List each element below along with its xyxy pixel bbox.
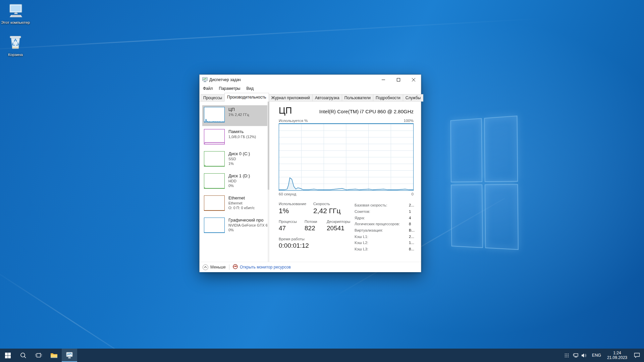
clock[interactable]: 1:24 21.09.2023 bbox=[604, 349, 630, 362]
hidden-icons-button[interactable] bbox=[562, 349, 571, 362]
performance-sidebar: ЦП 1% 2,42 ГГц Память 1,0/8,0 ГБ (12%) Д… bbox=[200, 102, 269, 262]
sidebar-item-gpu[interactable]: Графический про NVIDIA GeForce GTX 660 0… bbox=[202, 216, 267, 237]
uptime-label: Время работы bbox=[279, 237, 355, 241]
resource-monitor-icon bbox=[233, 264, 238, 270]
recycle-bin-icon bbox=[8, 46, 23, 51]
usage-label: Использование bbox=[279, 202, 313, 206]
task-manager-taskbar-button[interactable] bbox=[62, 349, 77, 362]
desktop-icon-label: Этот компьютер bbox=[0, 20, 31, 25]
threads-label: Потоки bbox=[305, 220, 327, 224]
menu-options[interactable]: Параметры bbox=[216, 85, 244, 93]
task-view-button[interactable] bbox=[31, 349, 46, 362]
desktop-icon-recycle-bin[interactable]: Корзина bbox=[0, 34, 31, 57]
clock-date: 21.09.2023 bbox=[607, 355, 627, 360]
sidebar-item-ethernet[interactable]: Ethernet Ethernet О: 0 П: 0 кбит/с bbox=[202, 194, 267, 215]
title-bar[interactable]: Диспетчер задач bbox=[200, 75, 421, 85]
tab-services[interactable]: Службы bbox=[403, 94, 423, 102]
cpu-heading: ЦП bbox=[279, 106, 292, 116]
disk0-mini-graph bbox=[204, 151, 225, 167]
tab-users[interactable]: Пользователи bbox=[342, 94, 373, 102]
usage-value: 1% bbox=[279, 207, 313, 215]
tab-processes[interactable]: Процессы bbox=[201, 94, 225, 102]
graph-unit-label: Используется % bbox=[279, 119, 308, 123]
tab-app-history[interactable]: Журнал приложений bbox=[269, 94, 313, 102]
sidebar-scrollbar[interactable] bbox=[268, 102, 269, 262]
footer-divider bbox=[229, 264, 229, 270]
menu-view[interactable]: Вид bbox=[243, 85, 257, 93]
maximize-button[interactable] bbox=[391, 75, 406, 85]
cpu-usage-graph[interactable] bbox=[279, 123, 414, 191]
tab-details[interactable]: Подробности bbox=[373, 94, 403, 102]
close-button[interactable] bbox=[406, 75, 421, 85]
task-manager-icon bbox=[202, 77, 208, 82]
speed-label: Скорость bbox=[313, 202, 340, 206]
threads-value: 822 bbox=[305, 225, 327, 232]
action-center-button[interactable] bbox=[630, 349, 644, 362]
sidebar-item-disk0[interactable]: Диск 0 (C:) SSD 1% bbox=[202, 149, 267, 170]
uptime-value: 0:00:01:12 bbox=[279, 242, 355, 249]
scrollbar-thumb[interactable] bbox=[268, 102, 269, 190]
file-explorer-button[interactable] bbox=[46, 349, 62, 362]
sidebar-item-disk1[interactable]: Диск 1 (D:) HDD 0% bbox=[202, 172, 267, 192]
this-pc-icon bbox=[7, 13, 23, 19]
tab-performance[interactable]: Производительность bbox=[224, 93, 269, 102]
processes-value: 47 bbox=[279, 225, 305, 232]
task-manager-footer: Меньше Открыть монитор ресурсов bbox=[200, 262, 421, 272]
language-indicator[interactable]: ENG bbox=[589, 349, 604, 362]
start-button[interactable] bbox=[0, 349, 15, 362]
tab-strip: Процессы Производительность Журнал прило… bbox=[200, 93, 421, 102]
search-button[interactable] bbox=[15, 349, 31, 362]
processes-label: Процессы bbox=[279, 220, 305, 224]
fewer-details-button[interactable]: Меньше bbox=[210, 265, 226, 269]
graph-xaxis-left: 60 секунд bbox=[279, 192, 296, 196]
handles-value: 20541 bbox=[327, 225, 350, 232]
chevron-up-icon[interactable] bbox=[203, 264, 208, 270]
speed-value: 2,42 ГГц bbox=[313, 207, 340, 215]
wallpaper-light-beam bbox=[0, 18, 546, 52]
taskbar: ENG 1:24 21.09.2023 bbox=[0, 349, 644, 362]
handles-label: Дескрипторы bbox=[327, 220, 350, 224]
sidebar-item-cpu[interactable]: ЦП 1% 2,42 ГГц bbox=[202, 105, 267, 126]
tab-startup[interactable]: Автозагрузка bbox=[312, 94, 342, 102]
system-tray: ENG 1:24 21.09.2023 bbox=[562, 349, 644, 362]
desktop-icon-label: Корзина bbox=[0, 53, 31, 57]
window-title: Диспетчер задач bbox=[209, 77, 241, 82]
memory-mini-graph bbox=[204, 129, 225, 144]
sidebar-item-memory[interactable]: Память 1,0/8,0 ГБ (12%) bbox=[202, 127, 267, 148]
task-manager-window: Диспетчер задач Файл Параметры Вид Проце… bbox=[199, 74, 421, 272]
gpu-mini-graph bbox=[204, 218, 225, 233]
windows-logo-wallpaper bbox=[450, 116, 519, 250]
desktop-icon-this-pc[interactable]: Этот компьютер bbox=[0, 4, 31, 25]
minimize-button[interactable] bbox=[376, 75, 391, 85]
cpu-model: Intel(R) Core(TM) i7 CPU 860 @ 2.80GHz bbox=[319, 109, 414, 116]
ethernet-mini-graph bbox=[204, 195, 225, 211]
network-icon[interactable] bbox=[571, 349, 580, 362]
open-resource-monitor-link[interactable]: Открыть монитор ресурсов bbox=[233, 264, 291, 270]
volume-icon[interactable] bbox=[580, 349, 589, 362]
clock-time: 1:24 bbox=[607, 351, 627, 355]
cpu-panel: ЦП Intel(R) Core(TM) i7 CPU 860 @ 2.80GH… bbox=[269, 102, 421, 262]
menu-file[interactable]: Файл bbox=[200, 85, 216, 93]
disk1-mini-graph bbox=[204, 173, 225, 189]
cpu-mini-graph bbox=[204, 107, 225, 122]
graph-max-label: 100% bbox=[404, 119, 414, 123]
cpu-details: Базовая скорость:2... Сокетов:1 Ядра:4 Л… bbox=[355, 202, 414, 252]
graph-xaxis-right: 0 bbox=[412, 192, 414, 196]
menu-bar: Файл Параметры Вид bbox=[200, 85, 421, 93]
